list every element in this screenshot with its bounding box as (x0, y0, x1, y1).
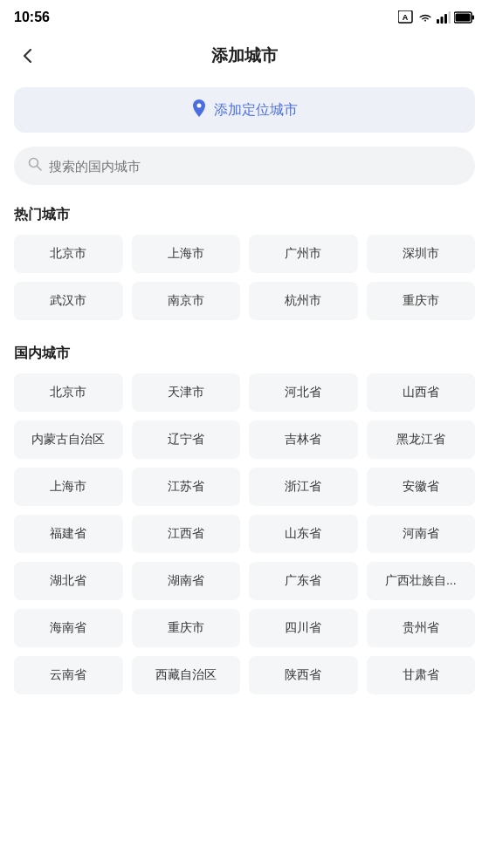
domestic-city-tag[interactable]: 四川省 (249, 609, 358, 647)
popular-cities-grid: 北京市上海市广州市深圳市武汉市南京市杭州市重庆市 (0, 235, 489, 334)
domestic-city-tag[interactable]: 湖北省 (14, 562, 123, 600)
pin-icon (191, 99, 207, 117)
search-svg (28, 157, 42, 171)
popular-city-tag[interactable]: 上海市 (132, 235, 241, 273)
domestic-city-tag[interactable]: 内蒙古自治区 (14, 420, 123, 459)
domestic-city-tag[interactable]: 广西壮族自... (367, 562, 476, 600)
domestic-city-tag[interactable]: 海南省 (14, 609, 123, 647)
popular-city-tag[interactable]: 北京市 (14, 235, 123, 273)
a-icon: A (398, 10, 414, 24)
domestic-city-tag[interactable]: 上海市 (14, 468, 123, 506)
domestic-cities-grid: 北京市天津市河北省山西省内蒙古自治区辽宁省吉林省黑龙江省上海市江苏省浙江省安徽省… (0, 373, 489, 708)
popular-city-tag[interactable]: 深圳市 (367, 235, 476, 273)
svg-rect-3 (441, 17, 444, 24)
svg-rect-4 (444, 14, 447, 24)
domestic-city-tag[interactable]: 辽宁省 (132, 420, 241, 459)
domestic-city-tag[interactable]: 江苏省 (132, 468, 241, 506)
svg-point-9 (197, 103, 202, 107)
popular-city-tag[interactable]: 武汉市 (14, 282, 123, 320)
domestic-city-tag[interactable]: 湖南省 (132, 562, 241, 600)
popular-cities-label: 热门城市 (0, 202, 489, 235)
status-time: 10:56 (14, 10, 50, 25)
domestic-city-tag[interactable]: 黑龙江省 (367, 420, 476, 459)
header: 添加城市 (0, 31, 489, 80)
signal-icon (437, 10, 451, 24)
svg-rect-7 (472, 16, 475, 20)
domestic-city-tag[interactable]: 陕西省 (249, 656, 358, 694)
popular-city-tag[interactable]: 杭州市 (249, 282, 358, 320)
search-bar[interactable] (14, 147, 475, 185)
search-icon (28, 157, 42, 174)
domestic-city-tag[interactable]: 西藏自治区 (132, 656, 241, 694)
domestic-city-tag[interactable]: 天津市 (132, 373, 241, 412)
svg-text:A: A (403, 13, 409, 22)
domestic-city-tag[interactable]: 吉林省 (249, 420, 358, 459)
svg-rect-8 (456, 14, 471, 22)
svg-rect-2 (437, 19, 439, 24)
popular-city-tag[interactable]: 重庆市 (367, 282, 476, 320)
location-icon (191, 99, 207, 121)
location-button-label: 添加定位城市 (214, 101, 298, 120)
back-icon (18, 46, 38, 65)
popular-city-tag[interactable]: 南京市 (132, 282, 241, 320)
domestic-city-tag[interactable]: 河北省 (249, 373, 358, 412)
domestic-city-tag[interactable]: 甘肃省 (367, 656, 476, 694)
add-location-button[interactable]: 添加定位城市 (14, 87, 475, 133)
domestic-city-tag[interactable]: 贵州省 (367, 609, 476, 647)
domestic-city-tag[interactable]: 重庆市 (132, 609, 241, 647)
back-button[interactable] (14, 42, 42, 70)
domestic-city-tag[interactable]: 北京市 (14, 373, 123, 412)
search-input[interactable] (49, 159, 461, 174)
status-bar: 10:56 A (0, 0, 489, 31)
domestic-city-tag[interactable]: 山西省 (367, 373, 476, 412)
domestic-city-tag[interactable]: 广东省 (249, 562, 358, 600)
page-title: 添加城市 (211, 44, 278, 67)
domestic-city-tag[interactable]: 河南省 (367, 515, 476, 553)
wifi-icon (417, 10, 433, 24)
status-icons: A (398, 10, 475, 24)
domestic-city-tag[interactable]: 福建省 (14, 515, 123, 553)
domestic-city-tag[interactable]: 云南省 (14, 656, 123, 694)
domestic-city-tag[interactable]: 江西省 (132, 515, 241, 553)
domestic-city-tag[interactable]: 浙江省 (249, 468, 358, 506)
popular-city-tag[interactable]: 广州市 (249, 235, 358, 273)
svg-rect-5 (449, 11, 451, 24)
battery-icon (454, 10, 475, 24)
svg-line-11 (38, 167, 42, 171)
domestic-city-tag[interactable]: 安徽省 (367, 468, 476, 506)
domestic-cities-label: 国内城市 (0, 341, 489, 373)
domestic-city-tag[interactable]: 山东省 (249, 515, 358, 553)
